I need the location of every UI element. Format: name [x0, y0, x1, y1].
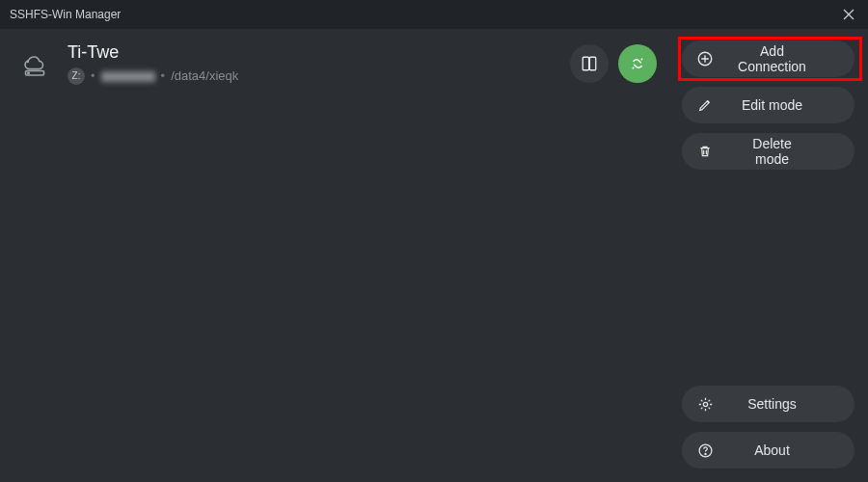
delete-mode-button[interactable]: Delete mode — [682, 133, 854, 170]
add-connection-button[interactable]: Add Connection — [682, 40, 854, 77]
window-title: SSHFS-Win Manager — [10, 8, 839, 21]
connection-row[interactable]: Ti-Twe Z: • ▮▮▮▮▮▮▮▮ • /data4/xieqk — [15, 42, 657, 85]
titlebar: SSHFS-Win Manager — [0, 0, 868, 29]
svg-point-1 — [28, 72, 29, 73]
connection-subtitle: Z: • ▮▮▮▮▮▮▮▮ • /data4/xieqk — [68, 67, 556, 85]
plus-circle-icon — [682, 50, 728, 67]
svg-point-5 — [703, 402, 707, 406]
edit-mode-button[interactable]: Edit mode — [682, 87, 854, 123]
connection-path: /data4/xieqk — [171, 68, 238, 83]
question-circle-icon — [682, 442, 728, 459]
separator-dot: • — [91, 68, 95, 83]
close-icon[interactable] — [839, 5, 858, 24]
separator-dot: • — [161, 68, 166, 83]
svg-rect-3 — [589, 57, 595, 70]
about-label: About — [736, 442, 854, 458]
drive-letter-badge: Z: — [68, 67, 85, 85]
edit-mode-label: Edit mode — [736, 97, 854, 113]
gear-icon — [682, 396, 728, 413]
connection-name: Ti-Twe — [68, 42, 556, 64]
sidebar: Add Connection Edit mode Delete mode — [672, 29, 868, 482]
pencil-icon — [682, 97, 728, 113]
open-terminal-button[interactable] — [570, 44, 609, 83]
settings-label: Settings — [736, 396, 854, 412]
connect-button[interactable] — [618, 44, 657, 83]
connections-list: Ti-Twe Z: • ▮▮▮▮▮▮▮▮ • /data4/xieqk — [0, 29, 672, 482]
about-button[interactable]: About — [682, 432, 854, 469]
delete-mode-label: Delete mode — [736, 136, 854, 167]
trash-icon — [682, 144, 728, 159]
cloud-drive-icon — [15, 44, 54, 83]
add-connection-label: Add Connection — [736, 43, 854, 74]
settings-button[interactable]: Settings — [682, 386, 854, 422]
connection-host: ▮▮▮▮▮▮▮▮ — [101, 68, 155, 83]
svg-rect-2 — [583, 57, 588, 70]
svg-point-7 — [704, 453, 705, 454]
